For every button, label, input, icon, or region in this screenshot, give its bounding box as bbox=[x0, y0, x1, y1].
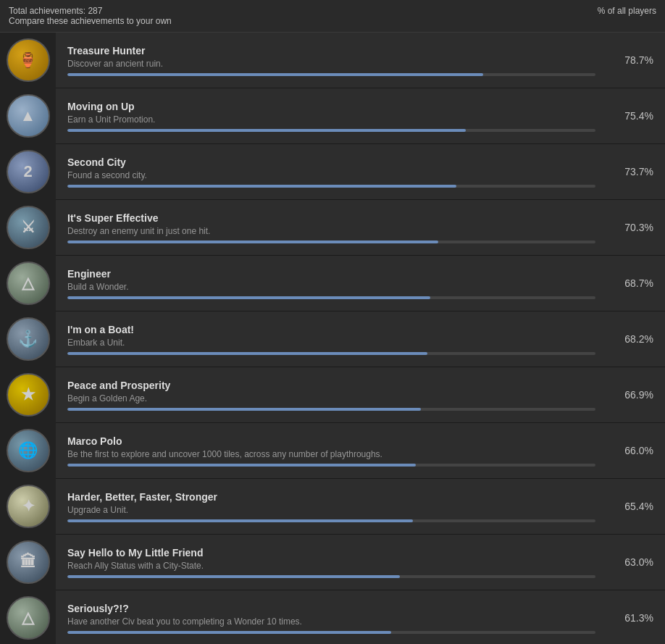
achievement-icon: ✦ bbox=[0, 479, 56, 535]
achievement-description: Found a second city. bbox=[67, 170, 595, 180]
achievement-progress-fill bbox=[67, 352, 427, 355]
achievement-icon: ⚓ bbox=[0, 311, 56, 367]
achievement-percent: 78.7% bbox=[607, 54, 665, 66]
achievement-info: Peace and ProsperityBegin a Golden Age. bbox=[56, 380, 607, 411]
achievement-row[interactable]: ⚓I'm on a Boat!Embark a Unit.68.2% bbox=[0, 311, 665, 367]
compare-text: Compare these achievements to your own bbox=[9, 16, 172, 26]
achievement-icon-circle: 🏺 bbox=[7, 38, 50, 82]
achievement-icon: ⚔ bbox=[0, 200, 56, 256]
achievement-title: I'm on a Boat! bbox=[67, 324, 595, 335]
achievement-row[interactable]: 🌐Marco PoloBe the first to explore and u… bbox=[0, 423, 665, 479]
achievement-description: Build a Wonder. bbox=[67, 282, 595, 292]
achievement-icon-circle: 2 bbox=[7, 150, 50, 193]
achievement-title: Treasure Hunter bbox=[67, 45, 595, 57]
achievement-row[interactable]: ✦Harder, Better, Faster, StrongerUpgrade… bbox=[0, 479, 665, 535]
achievement-description: Destroy an enemy unit in just one hit. bbox=[67, 226, 595, 236]
achievement-icon-circle: ★ bbox=[7, 373, 50, 417]
achievement-progress-fill bbox=[67, 296, 430, 299]
achievement-icon-circle: △ bbox=[7, 596, 50, 640]
achievement-info: I'm on a Boat!Embark a Unit. bbox=[56, 324, 607, 355]
achievement-row[interactable]: △Seriously?!?Have another Civ beat you t… bbox=[0, 590, 665, 644]
achievement-progress-fill bbox=[67, 185, 456, 188]
achievement-title: Second City bbox=[67, 156, 595, 168]
achievement-description: Reach Ally Status with a City-State. bbox=[67, 561, 595, 571]
achievement-progress-bar bbox=[67, 408, 595, 411]
achievement-info: Second CityFound a second city. bbox=[56, 156, 607, 188]
achievement-progress-fill bbox=[67, 408, 421, 411]
achievement-percent: 68.7% bbox=[607, 277, 665, 289]
achievement-progress-bar bbox=[67, 575, 595, 578]
achievement-icon-circle: 🌐 bbox=[7, 429, 50, 472]
achievement-progress-bar bbox=[67, 241, 595, 243]
achievement-icon-circle: ✦ bbox=[7, 485, 50, 528]
achievement-row[interactable]: 2Second CityFound a second city.73.7% bbox=[0, 144, 665, 200]
achievement-description: Embark a Unit. bbox=[67, 338, 595, 348]
achievement-description: Be the first to explore and uncover 1000… bbox=[67, 449, 595, 459]
achievement-progress-bar bbox=[67, 464, 595, 467]
achievement-row[interactable]: 🏺Treasure HunterDiscover an ancient ruin… bbox=[0, 33, 665, 88]
header-left: Total achievements: 287 Compare these ac… bbox=[9, 6, 172, 26]
achievement-icon-circle: ⚔ bbox=[7, 206, 50, 249]
achievement-description: Have another Civ beat you to completing … bbox=[67, 616, 595, 627]
achievement-percent: 66.0% bbox=[607, 445, 665, 456]
achievement-percent: 73.7% bbox=[607, 166, 665, 177]
achievement-progress-bar bbox=[67, 185, 595, 188]
achievement-progress-bar bbox=[67, 352, 595, 355]
achievement-percent: 63.0% bbox=[607, 556, 665, 568]
achievement-description: Upgrade a Unit. bbox=[67, 505, 595, 515]
achievement-info: Seriously?!?Have another Civ beat you to… bbox=[56, 603, 607, 634]
achievement-title: Marco Polo bbox=[67, 435, 595, 447]
achievement-info: Moving on UpEarn a Unit Promotion. bbox=[56, 101, 607, 132]
achievement-title: Say Hello to My Little Friend bbox=[67, 547, 595, 559]
achievement-row[interactable]: ★Peace and ProsperityBegin a Golden Age.… bbox=[0, 367, 665, 423]
achievement-info: Harder, Better, Faster, StrongerUpgrade … bbox=[56, 491, 607, 522]
achievement-info: It's Super EffectiveDestroy an enemy uni… bbox=[56, 212, 607, 243]
achievement-info: Treasure HunterDiscover an ancient ruin. bbox=[56, 45, 607, 76]
achievement-row[interactable]: △EngineerBuild a Wonder.68.7% bbox=[0, 256, 665, 311]
achievement-icon: 🌐 bbox=[0, 423, 56, 479]
achievement-icon: △ bbox=[0, 256, 56, 311]
achievement-row[interactable]: ⚔It's Super EffectiveDestroy an enemy un… bbox=[0, 200, 665, 256]
achievement-info: Marco PoloBe the first to explore and un… bbox=[56, 435, 607, 467]
achievement-progress-bar bbox=[67, 631, 595, 634]
achievement-percent: 75.4% bbox=[607, 110, 665, 122]
achievement-title: Engineer bbox=[67, 268, 595, 280]
percent-label: % of all players bbox=[598, 6, 656, 16]
achievement-description: Earn a Unit Promotion. bbox=[67, 114, 595, 125]
achievement-percent: 61.3% bbox=[607, 612, 665, 624]
achievement-title: Seriously?!? bbox=[67, 603, 595, 614]
achievement-description: Begin a Golden Age. bbox=[67, 393, 595, 403]
achievement-percent: 66.9% bbox=[607, 389, 665, 401]
achievement-icon: 2 bbox=[0, 144, 56, 200]
achievement-progress-fill bbox=[67, 519, 413, 522]
achievement-description: Discover an ancient ruin. bbox=[67, 59, 595, 69]
achievement-percent: 68.2% bbox=[607, 333, 665, 345]
header: Total achievements: 287 Compare these ac… bbox=[0, 0, 665, 33]
total-count: 287 bbox=[88, 6, 102, 16]
achievement-progress-fill bbox=[67, 129, 466, 132]
achievement-title: Moving on Up bbox=[67, 101, 595, 112]
achievement-icon: ▲ bbox=[0, 88, 56, 144]
achievement-row[interactable]: ▲Moving on UpEarn a Unit Promotion.75.4% bbox=[0, 88, 665, 144]
achievement-progress-fill bbox=[67, 73, 483, 76]
achievement-icon: 🏛 bbox=[0, 535, 56, 590]
achievement-icon: ★ bbox=[0, 367, 56, 423]
achievement-icon-circle: 🏛 bbox=[7, 540, 50, 584]
achievement-icon: 🏺 bbox=[0, 33, 56, 88]
achievement-percent: 70.3% bbox=[607, 222, 665, 233]
achievement-title: Harder, Better, Faster, Stronger bbox=[67, 491, 595, 503]
achievement-icon-circle: △ bbox=[7, 262, 50, 305]
achievement-progress-fill bbox=[67, 631, 391, 634]
achievement-info: Say Hello to My Little FriendReach Ally … bbox=[56, 547, 607, 578]
achievement-info: EngineerBuild a Wonder. bbox=[56, 268, 607, 299]
achievement-progress-fill bbox=[67, 464, 416, 467]
achievement-row[interactable]: 🏛Say Hello to My Little FriendReach Ally… bbox=[0, 535, 665, 590]
achievement-title: Peace and Prosperity bbox=[67, 380, 595, 391]
achievement-icon-circle: ⚓ bbox=[7, 317, 50, 361]
achievement-percent: 65.4% bbox=[607, 501, 665, 512]
achievement-progress-bar bbox=[67, 129, 595, 132]
achievement-list: 🏺Treasure HunterDiscover an ancient ruin… bbox=[0, 33, 665, 644]
header-right: % of all players bbox=[598, 6, 656, 16]
achievement-title: It's Super Effective bbox=[67, 212, 595, 224]
achievement-icon: △ bbox=[0, 590, 56, 645]
